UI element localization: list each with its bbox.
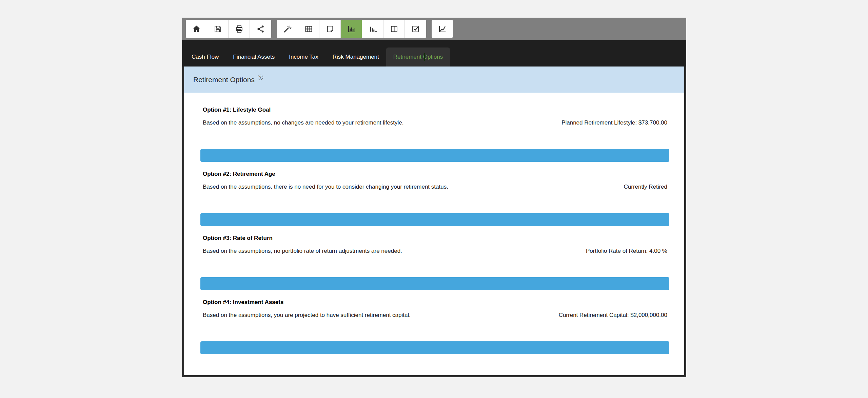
progress-bar bbox=[200, 277, 669, 290]
descending-bar-chart-icon bbox=[368, 24, 377, 34]
option-title: Option #1: Lifestyle Goal bbox=[200, 107, 669, 113]
progress-bar bbox=[200, 213, 669, 226]
save-button[interactable] bbox=[207, 20, 229, 38]
option-title: Option #3: Rate of Return bbox=[200, 235, 669, 242]
app-window: Cash Flow Financial Assets Income Tax Ri… bbox=[182, 18, 686, 377]
option-section-1: Option #1: Lifestyle Goal Based on the a… bbox=[200, 107, 669, 162]
table-icon bbox=[304, 24, 313, 34]
save-icon bbox=[213, 24, 222, 34]
line-chart-icon bbox=[438, 24, 447, 34]
option-section-2: Option #2: Retirement Age Based on the a… bbox=[200, 171, 669, 226]
tab-bar: Cash Flow Financial Assets Income Tax Ri… bbox=[182, 40, 686, 67]
text-cursor bbox=[424, 53, 425, 61]
options-list: Option #1: Lifestyle Goal Based on the a… bbox=[184, 93, 684, 375]
print-icon bbox=[235, 24, 244, 34]
option-value: Currently Retired bbox=[624, 184, 668, 190]
page-header: Retirement Options ? bbox=[184, 67, 684, 93]
option-section-3: Option #3: Rate of Return Based on the a… bbox=[200, 235, 669, 290]
option-description: Based on the assumptions, you are projec… bbox=[203, 312, 411, 319]
toolbar-group-chart bbox=[432, 20, 453, 38]
toolbar-group-views bbox=[277, 20, 426, 38]
option-title: Option #4: Investment Assets bbox=[200, 299, 669, 306]
table-button[interactable] bbox=[298, 20, 319, 38]
checkbox-button[interactable] bbox=[405, 20, 426, 38]
share-icon bbox=[256, 24, 265, 34]
option-value: Portfolio Rate of Return: 4.00 % bbox=[586, 248, 667, 254]
split-columns-button[interactable] bbox=[383, 20, 405, 38]
home-button[interactable] bbox=[186, 20, 207, 38]
progress-bar-fill bbox=[200, 149, 669, 162]
tab-cash-flow[interactable]: Cash Flow bbox=[184, 48, 226, 67]
progress-bar-fill bbox=[200, 213, 669, 226]
split-columns-icon bbox=[390, 24, 399, 34]
toolbar-group-file bbox=[186, 20, 271, 38]
option-description: Based on the assumptions, there is no ne… bbox=[203, 184, 448, 190]
tab-retirement-options-label: Retirement Options bbox=[393, 54, 443, 60]
note-icon bbox=[326, 24, 335, 34]
line-chart-button[interactable] bbox=[432, 20, 453, 38]
note-button[interactable] bbox=[319, 20, 341, 38]
bar-chart-button[interactable] bbox=[341, 20, 362, 38]
tab-retirement-options[interactable]: Retirement Options bbox=[386, 48, 450, 67]
tab-risk-management[interactable]: Risk Management bbox=[326, 48, 386, 67]
option-value: Planned Retirement Lifestyle: $73,700.00 bbox=[561, 119, 667, 126]
option-description: Based on the assumptions, no portfolio r… bbox=[203, 248, 402, 254]
progress-bar bbox=[200, 341, 669, 354]
magic-wand-icon bbox=[283, 24, 292, 34]
bar-chart-icon bbox=[347, 24, 356, 34]
home-icon bbox=[192, 24, 201, 34]
help-icon[interactable]: ? bbox=[258, 75, 263, 80]
option-title: Option #2: Retirement Age bbox=[200, 171, 669, 177]
tab-financial-assets[interactable]: Financial Assets bbox=[226, 48, 282, 67]
option-value: Current Retirement Capital: $2,000,000.0… bbox=[559, 312, 667, 319]
tab-income-tax[interactable]: Income Tax bbox=[282, 48, 326, 67]
page-title: Retirement Options bbox=[193, 76, 255, 84]
option-description: Based on the assumptions, no changes are… bbox=[203, 119, 404, 126]
magic-wand-button[interactable] bbox=[277, 20, 298, 38]
print-button[interactable] bbox=[229, 20, 250, 38]
toolbar bbox=[182, 18, 686, 40]
progress-bar-fill bbox=[200, 277, 669, 290]
option-section-4: Option #4: Investment Assets Based on th… bbox=[200, 299, 669, 354]
descending-bar-chart-button[interactable] bbox=[362, 20, 383, 38]
checkbox-icon bbox=[411, 24, 420, 34]
progress-bar-fill bbox=[200, 341, 669, 354]
share-button[interactable] bbox=[250, 20, 271, 38]
progress-bar bbox=[200, 149, 669, 162]
content-panel: Retirement Options ? Option #1: Lifestyl… bbox=[182, 67, 686, 377]
